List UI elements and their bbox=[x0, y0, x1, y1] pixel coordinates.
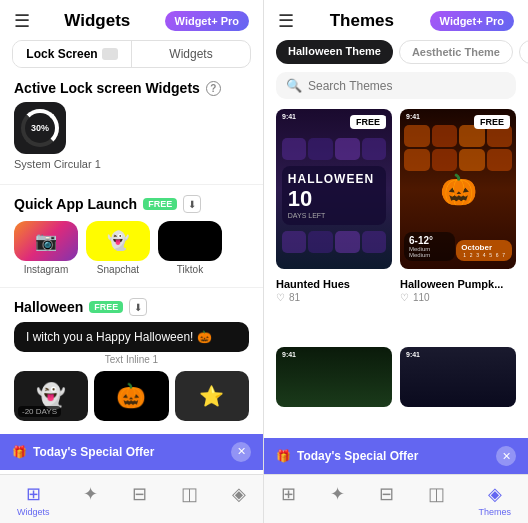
right-bottom-nav-4[interactable]: ◫ bbox=[428, 483, 445, 517]
widgets-tab-label: Widgets bbox=[169, 47, 212, 61]
app-icons-row: 📷 Instagram 👻 Snapchat ♪ Tiktok bbox=[14, 221, 249, 275]
active-section-label: Active Lock screen Widgets ? bbox=[0, 76, 263, 102]
haunted-app-7 bbox=[335, 231, 360, 253]
pump-app-8 bbox=[487, 149, 513, 171]
partial-time-2: 9:41 bbox=[406, 351, 420, 358]
pumpkin-emoji-large: 🎃 bbox=[400, 175, 516, 205]
left-offer-close[interactable]: ✕ bbox=[231, 442, 251, 462]
snapchat-app-item[interactable]: 👻 Snapchat bbox=[86, 221, 150, 275]
theme-card-haunted[interactable]: 9:41 ▪▪▪ HALLOWEEN 10 DAYS LEFT bbox=[276, 109, 392, 335]
search-icon: 🔍 bbox=[286, 78, 302, 93]
halloween-text-preview[interactable]: I witch you a Happy Halloween! 🎃 bbox=[14, 322, 249, 352]
pumpkin-card-info: Halloween Pumpk... ♡ 110 bbox=[400, 269, 516, 303]
pump-app-7 bbox=[459, 149, 485, 171]
halloween-widget-sub: DAYS LEFT bbox=[288, 212, 380, 219]
tab-widgets[interactable]: Widgets bbox=[132, 41, 250, 67]
widget-pro-button[interactable]: Widget+ Pro bbox=[165, 11, 249, 31]
instagram-app-item[interactable]: 📷 Instagram bbox=[14, 221, 78, 275]
tiktok-app-item[interactable]: ♪ Tiktok bbox=[158, 221, 222, 275]
right-bottom-nav-themes[interactable]: ◈ Themes bbox=[479, 483, 512, 517]
right-bottom-nav-2[interactable]: ✦ bbox=[330, 483, 345, 517]
circle-widget-box: 30% bbox=[14, 102, 66, 154]
right-bottom-nav-3[interactable]: ⊟ bbox=[379, 483, 394, 517]
temp-label: Medium Medium bbox=[409, 246, 450, 258]
bottom-nav-2[interactable]: ✦ bbox=[83, 483, 98, 517]
theme-card-pumpkin[interactable]: 9:41 ▪▪▪ 🎃 bbox=[400, 109, 516, 335]
halloween-free-badge: FREE bbox=[89, 301, 123, 313]
haunted-app-1 bbox=[282, 138, 307, 160]
active-title-text: Active Lock screen Widgets bbox=[14, 80, 200, 96]
theme-card-partial-2[interactable]: 9:41 bbox=[400, 347, 516, 439]
left-gift-emoji: 🎁 bbox=[12, 445, 27, 459]
pumpkin-status-time: 9:41 bbox=[406, 113, 420, 120]
quick-free-badge: FREE bbox=[143, 198, 177, 210]
haunted-card-img: 9:41 ▪▪▪ HALLOWEEN 10 DAYS LEFT bbox=[276, 109, 392, 269]
nav-icon-5: ◈ bbox=[232, 483, 246, 505]
pump-app-5 bbox=[404, 149, 430, 171]
lock-icon-badge bbox=[102, 48, 118, 60]
halloween-title: Halloween bbox=[14, 299, 83, 315]
nav-icon-2: ✦ bbox=[83, 483, 98, 505]
right-special-offer-text: 🎁 Today's Special Offer bbox=[276, 449, 418, 463]
tiktok-icon-box: ♪ bbox=[158, 221, 222, 261]
right-nav-icon-2: ✦ bbox=[330, 483, 345, 505]
right-nav-icon-4: ◫ bbox=[428, 483, 445, 505]
haunted-app-5 bbox=[282, 231, 307, 253]
bottom-nav-5[interactable]: ◈ bbox=[232, 483, 246, 517]
right-nav-icon-1: ⊞ bbox=[281, 483, 296, 505]
help-icon[interactable]: ? bbox=[206, 81, 221, 96]
snapchat-label: Snapchat bbox=[97, 264, 139, 275]
pumpkin-icon: 🎃 bbox=[116, 382, 146, 410]
halloween-download-icon[interactable]: ⬇ bbox=[129, 298, 147, 316]
right-bottom-nav-1[interactable]: ⊞ bbox=[281, 483, 296, 517]
pumpkin-meta: ♡ 110 bbox=[400, 292, 516, 303]
instagram-icon-box: 📷 bbox=[14, 221, 78, 261]
widgets-nav-icon: ⊞ bbox=[26, 483, 41, 505]
tab-halloween-theme[interactable]: Halloween Theme bbox=[276, 40, 393, 64]
hamburger-icon[interactable]: ☰ bbox=[14, 10, 30, 32]
bottom-nav-3[interactable]: ⊟ bbox=[132, 483, 147, 517]
right-hamburger-icon[interactable]: ☰ bbox=[278, 10, 294, 32]
circle-ring: 30% bbox=[21, 109, 59, 147]
star-widget[interactable]: ⭐ bbox=[175, 371, 249, 421]
widgets-nav-label: Widgets bbox=[17, 507, 50, 517]
bottom-nav-widgets[interactable]: ⊞ Widgets bbox=[17, 483, 50, 517]
instagram-label: Instagram bbox=[24, 264, 68, 275]
tab-lock-screen[interactable]: Lock Screen bbox=[13, 41, 132, 67]
left-title: Widgets bbox=[64, 11, 130, 31]
snapchat-icon-box: 👻 bbox=[86, 221, 150, 261]
tiktok-label: Tiktok bbox=[177, 264, 203, 275]
day-badge: -20 DAYS bbox=[18, 406, 61, 417]
pumpkin-card-img: 9:41 ▪▪▪ 🎃 bbox=[400, 109, 516, 269]
instagram-icon: 📷 bbox=[35, 230, 57, 252]
themes-grid: 9:41 ▪▪▪ HALLOWEEN 10 DAYS LEFT bbox=[264, 109, 528, 438]
download-icon[interactable]: ⬇ bbox=[183, 195, 201, 213]
tab-celeb-theme[interactable]: Celeb New bbox=[519, 40, 528, 64]
right-widget-pro-button[interactable]: Widget+ Pro bbox=[430, 11, 514, 31]
haunted-free-label: FREE bbox=[350, 115, 386, 129]
cal-grid: 1 2 3 4 5 6 7 bbox=[461, 252, 507, 258]
pump-app-2 bbox=[432, 125, 458, 147]
search-input[interactable] bbox=[308, 79, 506, 93]
divider-2 bbox=[0, 287, 263, 288]
pump-app-6 bbox=[432, 149, 458, 171]
bottom-nav-4[interactable]: ◫ bbox=[181, 483, 198, 517]
haunted-widget: HALLOWEEN 10 DAYS LEFT bbox=[282, 166, 386, 225]
haunted-name: Haunted Hues bbox=[276, 278, 392, 290]
partial-time-1: 9:41 bbox=[282, 351, 296, 358]
right-offer-close[interactable]: ✕ bbox=[496, 446, 516, 466]
right-nav-icon-3: ⊟ bbox=[379, 483, 394, 505]
haunted-app-grid-2 bbox=[282, 231, 386, 253]
haunted-app-grid bbox=[282, 138, 386, 160]
nav-icon-3: ⊟ bbox=[132, 483, 147, 505]
circle-percent: 30% bbox=[31, 123, 49, 133]
tiktok-icon: ♪ bbox=[186, 231, 195, 252]
star-icon: ⭐ bbox=[199, 384, 224, 408]
halloween-header: Halloween FREE ⬇ bbox=[14, 298, 249, 316]
left-panel: ☰ Widgets Widget+ Pro Lock Screen Widget… bbox=[0, 0, 264, 523]
pumpkin-widget[interactable]: 🎃 bbox=[94, 371, 168, 421]
tab-aesthetic-theme[interactable]: Aesthetic Theme bbox=[399, 40, 513, 64]
theme-tabs: Halloween Theme Aesthetic Theme Celeb Ne… bbox=[264, 40, 528, 72]
theme-card-partial-1[interactable]: 9:41 bbox=[276, 347, 392, 439]
ghost-widget[interactable]: 👻 -20 DAYS bbox=[14, 371, 88, 421]
